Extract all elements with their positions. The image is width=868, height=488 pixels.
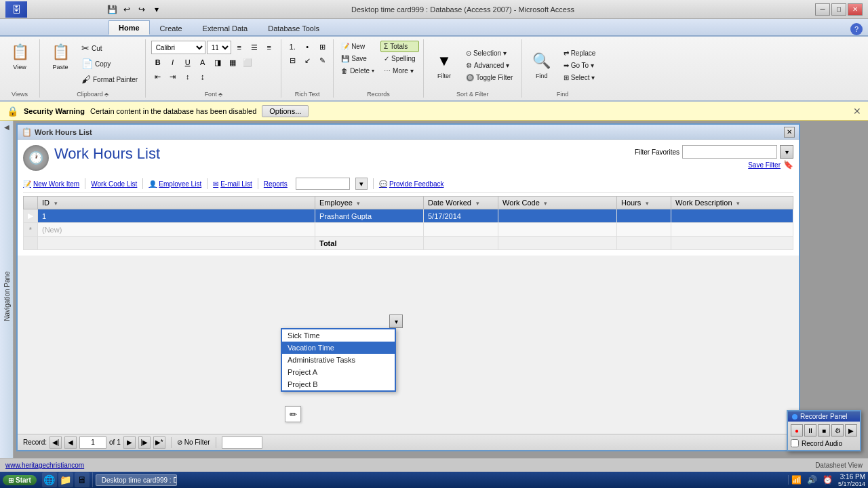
work-code-list-btn[interactable]: Work Code List [91, 180, 137, 188]
help-btn[interactable]: ? [850, 23, 863, 35]
ol-btn[interactable]: 1. [285, 41, 299, 53]
rt-btn2[interactable]: ⊟ [285, 54, 299, 66]
goto-btn[interactable]: ➡ Go To ▾ [560, 60, 599, 71]
delete-record-btn[interactable]: 🗑 Delete ▾ [338, 65, 378, 77]
new-record-btn[interactable]: 📝 New [338, 41, 378, 52]
workcode-dropdown-arrow[interactable]: ▾ [389, 314, 403, 328]
next-record-btn[interactable]: ▶ [123, 436, 136, 449]
clipboard-launcher[interactable]: ⬘ [104, 92, 108, 98]
provide-feedback-btn[interactable]: 💬 Provide Feedback [379, 180, 444, 188]
undo-qat-btn[interactable]: ↩ [120, 3, 134, 16]
search-input[interactable] [222, 436, 262, 449]
cell-id-new[interactable]: (New) [38, 223, 315, 237]
email-list-btn[interactable]: ✉ E-mail List [213, 180, 252, 188]
col-header-hours[interactable]: Hours ▾ [617, 197, 671, 209]
search-dropdown[interactable] [296, 178, 350, 190]
save-record-btn[interactable]: 💾 Save [338, 53, 378, 64]
font-size-select[interactable]: 11 [207, 41, 231, 54]
cell-employee-1[interactable]: Prashant Gupta [315, 209, 424, 223]
cell-hours-new[interactable] [617, 223, 671, 237]
save-filter-link[interactable]: Save Filter [748, 161, 781, 169]
bold-btn[interactable]: B [151, 56, 165, 68]
taskbar-clock[interactable]: 3:16 PM 5/17/2014 [838, 473, 865, 487]
cell-desc-1[interactable] [671, 209, 793, 223]
dropdown-item-sick-time[interactable]: Sick Time [282, 329, 395, 342]
tray-icon-2[interactable]: 🔊 [807, 475, 817, 485]
view-btn[interactable]: 📋 View [4, 39, 35, 73]
col-header-id[interactable]: ID ▾ [38, 197, 315, 209]
new-work-item-btn[interactable]: 📝 New Work Item [23, 180, 79, 188]
cell-hours-1[interactable] [617, 209, 671, 223]
record-number-input[interactable] [79, 436, 106, 449]
col-header-description[interactable]: Work Description ▾ [671, 197, 793, 209]
col-header-employee[interactable]: Employee ▾ [315, 197, 424, 209]
record-btn[interactable]: ● [791, 424, 803, 436]
font-name-select[interactable]: Calibri [151, 41, 205, 54]
align-left-btn[interactable]: ≡ [233, 41, 246, 54]
tab-home[interactable]: Home [108, 20, 150, 35]
dropdown-qat-btn[interactable]: ▾ [150, 3, 163, 16]
select-btn[interactable]: ⊞ Select ▾ [560, 72, 599, 83]
paste-btn[interactable]: 📋 Paste [44, 39, 77, 73]
copy-btn[interactable]: 📄Copy [78, 56, 141, 71]
dropdown-item-project-a[interactable]: Project A [282, 366, 395, 378]
taskbar-access-item[interactable]: Desktop time card999 : D... [96, 474, 177, 486]
borders-btn[interactable]: ▦ [226, 56, 239, 68]
stop-btn[interactable]: ■ [818, 424, 830, 436]
maximize-btn[interactable]: □ [831, 3, 846, 16]
dropdown-item-vacation-time[interactable]: Vacation Time [282, 342, 395, 354]
no-filter-btn[interactable]: ⊘ No Filter [177, 439, 210, 446]
bg-color-btn[interactable]: ⬜ [241, 56, 254, 68]
ul-btn[interactable]: • [300, 41, 314, 53]
font-color-btn[interactable]: A [196, 56, 210, 68]
rt-btn3[interactable]: ↙ [300, 54, 314, 66]
taskbar-show-desktop-icon[interactable]: 🖥 [75, 472, 90, 487]
cell-date-1[interactable]: 5/17/2014 [424, 209, 498, 223]
rt-btn4[interactable]: ✎ [315, 54, 329, 66]
indent-dec-btn[interactable]: ⇤ [151, 70, 165, 83]
col-orient-btn[interactable]: ↨ [196, 70, 210, 83]
reports-btn[interactable]: Reports [264, 180, 288, 188]
search-dropdown-btn[interactable]: ▾ [355, 178, 368, 190]
new-record-row[interactable]: * (New) [24, 223, 793, 237]
prev-record-btn[interactable]: ◀ [64, 436, 77, 449]
cell-id-1[interactable]: 1 [38, 209, 315, 223]
totals-btn[interactable]: Σ Totals [380, 41, 419, 52]
close-btn[interactable]: ✕ [848, 3, 863, 16]
minimize-btn[interactable]: ─ [815, 3, 830, 16]
cell-desc-new[interactable] [671, 223, 793, 237]
replace-btn[interactable]: ⇄ Replace [560, 47, 599, 59]
filter-btn[interactable]: ▼ Filter [429, 48, 460, 81]
recorder-more-btn[interactable]: ▶ [845, 424, 857, 436]
toggle-filter-btn[interactable]: 🔘 Toggle Filter [462, 72, 516, 83]
taskbar-folder-icon[interactable]: 📁 [58, 472, 73, 487]
spelling-btn[interactable]: ✓ Spelling [380, 53, 419, 64]
dropdown-item-project-b[interactable]: Project B [282, 378, 395, 390]
recorder-settings-btn[interactable]: ⚙ [831, 424, 844, 436]
align-right-btn[interactable]: ≡ [262, 41, 276, 54]
tab-external-data[interactable]: External Data [193, 20, 258, 35]
tray-icon-3[interactable]: ⏰ [823, 475, 833, 485]
underline-btn[interactable]: U [181, 56, 195, 68]
col-header-date[interactable]: Date Worked ▾ [424, 197, 498, 209]
tab-database-tools[interactable]: Database Tools [258, 20, 330, 35]
redo-qat-btn[interactable]: ↪ [135, 3, 149, 16]
advanced-filter-btn[interactable]: ⚙ Advanced ▾ [462, 60, 516, 71]
italic-btn[interactable]: I [166, 56, 180, 68]
filter-input[interactable] [682, 145, 777, 159]
cut-btn[interactable]: ✂Cut [78, 41, 141, 56]
font-launcher[interactable]: ⬘ [218, 92, 222, 98]
align-center-btn[interactable]: ☰ [248, 41, 261, 54]
edit-pencil-btn[interactable]: ✏ [285, 406, 301, 422]
navigation-pane[interactable]: Navigation Pane ◀ [0, 121, 14, 472]
col-header-workcode[interactable]: Work Code ▾ [498, 197, 617, 209]
last-record-btn[interactable]: |▶ [138, 436, 151, 449]
record-audio-checkbox[interactable] [791, 439, 799, 447]
cell-workcode-1[interactable] [498, 209, 617, 223]
security-close-btn[interactable]: ✕ [853, 106, 861, 117]
save-qat-btn[interactable]: 💾 [105, 3, 119, 16]
taskbar-ie-icon[interactable]: 🌐 [42, 472, 57, 487]
pause-btn[interactable]: ⏸ [804, 424, 816, 436]
rt-btn1[interactable]: ⊞ [315, 41, 329, 53]
table-row[interactable]: ▶ 1 Prashant Gupta 5/17/2014 [24, 209, 793, 223]
